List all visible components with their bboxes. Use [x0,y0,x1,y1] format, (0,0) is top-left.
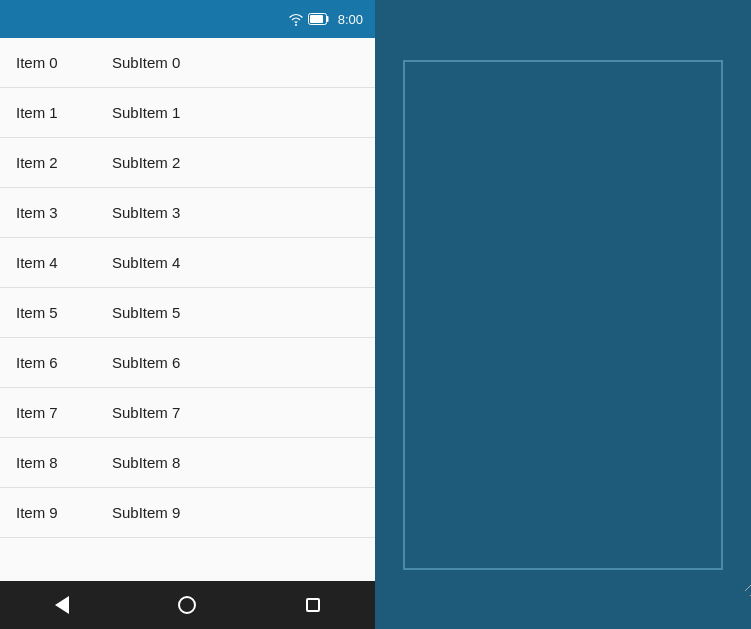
item-secondary-text: SubItem 0 [112,54,180,71]
item-primary-text: Item 8 [16,454,96,471]
item-primary-text: Item 6 [16,354,96,371]
diagonal-decoration [745,581,751,601]
home-icon [178,596,196,614]
item-secondary-text: SubItem 5 [112,304,180,321]
right-panel-inner [403,60,723,570]
list-item[interactable]: Item 2SubItem 2 [0,138,375,188]
list-item[interactable]: Item 9SubItem 9 [0,488,375,538]
nav-back-button[interactable] [39,588,85,622]
status-time: 8:00 [338,12,363,27]
item-secondary-text: SubItem 2 [112,154,180,171]
wifi-icon [288,13,304,26]
list-container: Item 0SubItem 0Item 1SubItem 1Item 2SubI… [0,38,375,581]
nav-home-button[interactable] [162,588,212,622]
battery-icon [308,13,330,25]
item-primary-text: Item 9 [16,504,96,521]
item-secondary-text: SubItem 7 [112,404,180,421]
status-bar: 8:00 [0,0,375,38]
item-secondary-text: SubItem 8 [112,454,180,471]
list-item[interactable]: Item 5SubItem 5 [0,288,375,338]
item-primary-text: Item 7 [16,404,96,421]
item-secondary-text: SubItem 6 [112,354,180,371]
screen-container: 8:00 Item 0SubItem 0Item 1SubItem 1Item … [0,0,751,629]
svg-line-3 [745,581,751,591]
item-primary-text: Item 5 [16,304,96,321]
list-item[interactable]: Item 4SubItem 4 [0,238,375,288]
nav-recent-button[interactable] [290,590,336,620]
svg-point-0 [295,24,297,26]
item-primary-text: Item 0 [16,54,96,71]
item-primary-text: Item 2 [16,154,96,171]
list-item[interactable]: Item 1SubItem 1 [0,88,375,138]
list-item[interactable]: Item 3SubItem 3 [0,188,375,238]
list-item[interactable]: Item 0SubItem 0 [0,38,375,88]
status-bar-icons: 8:00 [288,12,363,27]
item-primary-text: Item 1 [16,104,96,121]
item-secondary-text: SubItem 9 [112,504,180,521]
item-secondary-text: SubItem 3 [112,204,180,221]
item-secondary-text: SubItem 1 [112,104,180,121]
nav-bar [0,581,375,629]
right-panel [375,0,751,629]
svg-rect-2 [310,15,323,23]
phone-panel: 8:00 Item 0SubItem 0Item 1SubItem 1Item … [0,0,375,629]
list-item[interactable]: Item 7SubItem 7 [0,388,375,438]
recent-icon [306,598,320,612]
item-primary-text: Item 3 [16,204,96,221]
item-primary-text: Item 4 [16,254,96,271]
item-secondary-text: SubItem 4 [112,254,180,271]
list-item[interactable]: Item 6SubItem 6 [0,338,375,388]
list-item[interactable]: Item 8SubItem 8 [0,438,375,488]
back-icon [55,596,69,614]
